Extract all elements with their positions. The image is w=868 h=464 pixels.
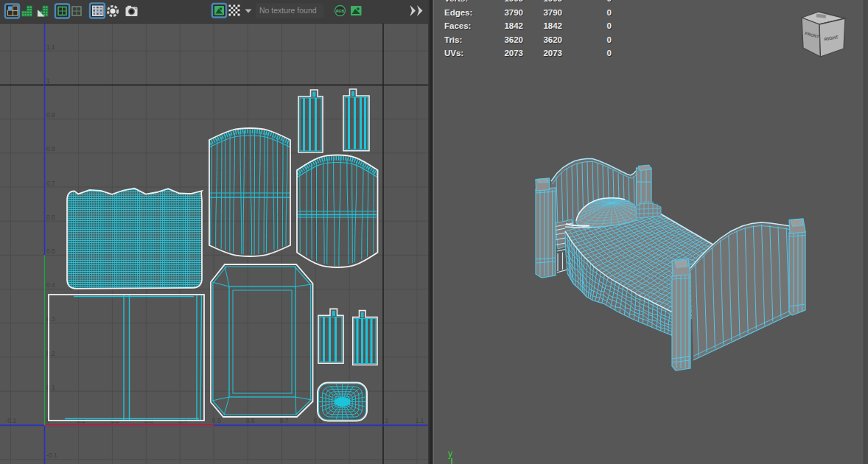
svg-text:3620: 3620 bbox=[543, 35, 562, 44]
svg-text:0.3: 0.3 bbox=[46, 315, 55, 323]
svg-text:y: y bbox=[448, 449, 452, 459]
svg-text:-0.1: -0.1 bbox=[6, 417, 17, 424]
svg-text:1903: 1903 bbox=[543, 0, 562, 3]
svg-text:0: 0 bbox=[607, 0, 612, 3]
svg-text:0.4: 0.4 bbox=[46, 281, 55, 289]
svg-text:0.7: 0.7 bbox=[46, 180, 55, 187]
svg-text:1842: 1842 bbox=[504, 21, 523, 30]
svg-text:UVs:: UVs: bbox=[444, 49, 463, 57]
svg-text:3620: 3620 bbox=[504, 35, 523, 44]
svg-text:0.6: 0.6 bbox=[246, 417, 255, 424]
svg-text:0.6: 0.6 bbox=[46, 214, 55, 221]
svg-text:No texture found: No texture found bbox=[259, 6, 317, 15]
svg-text:Edges:: Edges: bbox=[444, 8, 472, 17]
svg-text:0.2: 0.2 bbox=[46, 350, 55, 357]
svg-text:-0.1: -0.1 bbox=[46, 451, 57, 459]
svg-text:0.7: 0.7 bbox=[280, 417, 289, 424]
svg-text:Verts:: Verts: bbox=[444, 0, 468, 3]
svg-text:0: 0 bbox=[607, 35, 612, 44]
svg-text:2073: 2073 bbox=[543, 49, 562, 57]
svg-text:0.5: 0.5 bbox=[46, 247, 55, 255]
svg-text:Tris:: Tris: bbox=[444, 35, 462, 44]
svg-text:3790: 3790 bbox=[543, 8, 562, 17]
svg-text:1.1: 1.1 bbox=[416, 417, 424, 424]
svg-text:1903: 1903 bbox=[504, 0, 523, 3]
svg-text:2073: 2073 bbox=[504, 49, 523, 57]
svg-text:0.8: 0.8 bbox=[46, 145, 55, 152]
svg-text:1: 1 bbox=[385, 417, 389, 424]
svg-text:0.1: 0.1 bbox=[46, 384, 55, 391]
svg-text:1: 1 bbox=[46, 77, 50, 85]
svg-text:0.9: 0.9 bbox=[46, 111, 55, 119]
svg-text:RGB: RGB bbox=[336, 9, 345, 13]
svg-text:1842: 1842 bbox=[543, 21, 562, 30]
svg-text:0: 0 bbox=[607, 8, 612, 17]
svg-text:0: 0 bbox=[607, 21, 612, 30]
svg-text:0: 0 bbox=[607, 49, 612, 57]
svg-text:3790: 3790 bbox=[504, 8, 523, 17]
svg-text:1.1: 1.1 bbox=[46, 43, 55, 51]
svg-text:Faces:: Faces: bbox=[444, 21, 471, 30]
svg-text:0.5: 0.5 bbox=[212, 417, 221, 424]
